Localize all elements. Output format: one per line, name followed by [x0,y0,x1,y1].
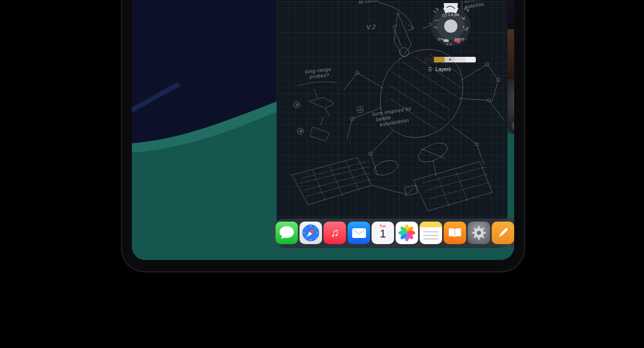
photos-flower-icon [396,222,418,244]
swatch-gold[interactable] [434,57,444,62]
swatch-light-grey[interactable] [455,57,465,62]
notes-header-band [420,222,442,227]
app-settings[interactable] [468,222,490,244]
compass-icon [300,222,322,244]
app-music[interactable]: ♫ [324,222,346,244]
envelope-icon [352,228,366,238]
chat-bubble-icon [275,222,298,244]
wheel-size-top: 1.6 [448,0,454,4]
tool-wheel[interactable]: 1.6 1.3 3.5 6.8 5.1 1.6 pts 0% 100% ∿ ◐ [430,0,472,47]
annotation-version: V.2 [366,24,376,31]
annotation-mark-plus: ⊕ [293,101,300,108]
concepts-window: conceptto colour commssatellite V.2 long… [277,0,508,248]
opacity-min-label: 0% [438,37,444,41]
app-mail[interactable] [348,222,370,244]
swatch-white[interactable] [466,57,476,62]
layers-label: Layers [435,67,451,72]
app-books[interactable] [444,222,466,244]
dock: ♫ Tue 1 [271,219,514,247]
smoothing-icon: ∿ [434,25,438,30]
wheel-size-bottom: 6.8 [446,42,452,47]
app-safari[interactable] [300,222,322,244]
pen-icon [495,225,511,241]
swatch-grey-selected[interactable] [445,57,455,62]
app-drawing-pen[interactable] [492,222,514,244]
photos-window: Months All [508,0,514,134]
source-dim-overlay [508,0,514,134]
gear-icon [471,225,487,241]
marketing-stage: conceptto colour commssatellite V.2 long… [0,0,644,348]
concepts-toolbar: Concepts_blue... 59% 90° PRO [277,0,508,1]
opacity-max-label: 100% [454,37,464,41]
annotation-mark-x: ⊗ [297,128,304,135]
music-note-icon: ♫ [331,226,339,240]
selected-swatch-dot [449,59,451,60]
app-calendar[interactable]: Tue 1 [372,222,394,244]
stroke-width-label: 1.6 pts [437,12,465,17]
segment-months[interactable]: Months [512,121,514,131]
ipad-screen: conceptto colour commssatellite V.2 long… [132,0,514,260]
layers-button[interactable]: ☰ Layers [428,67,451,72]
annotation-mark-a: A [357,106,363,113]
menu-icon: ☰ [428,67,432,72]
app-notes[interactable] [420,222,442,244]
calendar-day: 1 [372,227,394,241]
app-photos[interactable] [396,222,418,244]
opacity-icon: ◐ [463,24,465,29]
app-messages[interactable] [275,222,298,244]
swatch-dark[interactable] [424,57,434,62]
color-swatch-strip[interactable] [424,57,476,62]
open-book-icon [448,228,462,238]
